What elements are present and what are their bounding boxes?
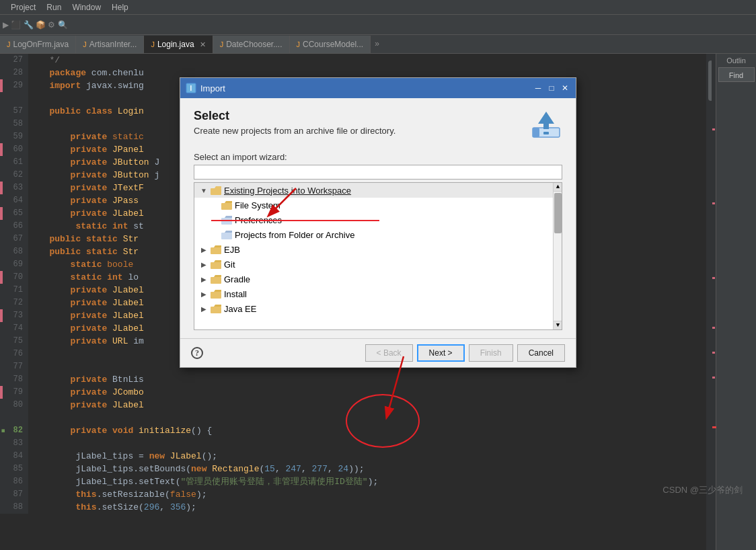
outline-panel: Outlin Find [716,54,756,550]
cancel-button[interactable]: Cancel [517,344,565,362]
watermark: CSDN @三少爷的剑 [663,484,743,496]
tree-label-javaee: Java EE [224,304,562,314]
tree-item-ejb[interactable]: ▶ EJB [194,242,562,257]
tree-item-git[interactable]: ▶ Git [194,257,562,272]
svg-rect-5 [543,132,549,134]
tree-group-general[interactable]: ▼ Existing Projects into Workspace [194,183,562,198]
tree-item-existing: Existing Projects into Workspace [224,186,562,196]
menu-help[interactable]: Help [106,3,134,12]
tab-bar: J LogOnFrm.java J ArtisanInter... J Logi… [0,35,756,54]
svg-rect-6 [211,188,221,195]
menu-bar: Project Run Window Help [0,0,756,15]
svg-rect-7 [221,203,232,210]
modal-description: Create new projects from an archive file… [194,126,395,136]
folder-ejb-icon [211,245,221,254]
svg-rect-14 [211,307,221,313]
tree-label-filesystem: File System [235,200,562,210]
menu-run[interactable]: Run [41,3,67,12]
modal-footer-buttons: < Back Next > Finish Cancel [365,344,565,362]
tree-label-projects-folder: Projects from Folder or Archive [235,230,562,240]
modal-header-row: Select Create new projects from an archi… [194,109,562,144]
svg-rect-3 [533,128,539,137]
folder-install-icon [211,290,221,299]
folder-git-icon [211,260,221,269]
modal-title-text: Import [200,83,225,93]
modal-footer-left: ? [191,347,203,359]
help-button[interactable]: ? [191,347,203,359]
svg-rect-8 [221,218,232,225]
code-line-78: 78 private BtnLis [0,373,706,386]
tree-label-install: Install [224,289,562,299]
expand-general-icon: ▼ [200,186,208,194]
ide-background: Project Run Window Help ▶ ⬛ 🔧 📦 ⚙ 🔍 J Lo… [0,0,756,550]
tree-item-filesystem[interactable]: File System [194,198,562,212]
tab-datechooser[interactable]: J DateChooser.... [213,36,290,53]
tree-label-preferences: Preferences [235,215,562,225]
toolbar: ▶ ⬛ 🔧 📦 ⚙ 🔍 [0,15,756,35]
tree-item-install[interactable]: ▶ Install [194,286,562,301]
maximize-button[interactable]: □ [546,83,557,93]
tree-item-gradle[interactable]: ▶ Gradle [194,272,562,286]
minimize-button[interactable]: ─ [533,83,543,93]
folder-general-icon [211,186,221,195]
modal-icon [530,109,562,144]
code-line-79: 79 private JCombo [0,386,706,399]
wizard-label: Select an import wizard: [194,152,562,162]
find-box[interactable]: Find [718,67,755,82]
modal-body: Select Create new projects from an archi… [180,98,576,338]
svg-rect-9 [221,233,232,239]
folder-projects-icon [221,231,232,239]
code-line-27: 27 */ [0,54,706,67]
import-icon-svg [530,109,562,141]
wizard-search-input[interactable] [194,165,562,180]
svg-marker-4 [538,112,554,129]
back-button[interactable]: < Back [365,344,413,362]
code-line-blank2 [0,411,706,424]
svg-rect-11 [211,262,221,269]
modal-heading: Select [194,109,395,123]
folder-javaee-icon [211,305,221,313]
code-line-83: 83 [0,437,706,450]
svg-rect-12 [211,277,221,284]
tree-item-projects-folder[interactable]: Projects from Folder or Archive [194,227,562,242]
svg-text:I: I [190,85,192,92]
modal-footer: ? < Back Next > Finish Cancel [180,338,576,367]
tree-label-gradle: Gradle [224,274,562,284]
import-dialog[interactable]: I Import ─ □ ✕ Select Create new project… [180,77,576,368]
menu-project[interactable]: Project [5,3,41,12]
code-line-86: 86 jLabel_tips.setText("管理员使用账号登陆，非管理员请使… [0,475,706,488]
menu-window[interactable]: Window [67,3,106,12]
wizard-tree[interactable]: ▼ Existing Projects into Workspace [194,182,562,330]
svg-rect-10 [211,247,221,254]
code-line-80: 80 private JLabel [0,399,706,411]
folder-filesystem-icon [221,201,232,210]
code-line-85: 85 jLabel_tips.setBounds(new Rectangle(1… [0,463,706,475]
import-title-icon: I [186,83,196,93]
outline-label: Outlin [726,56,746,65]
tab-login[interactable]: J Login.java ✕ [144,36,213,53]
tab-logonfrm[interactable]: J LogOnFrm.java [0,36,76,53]
folder-preferences-icon [221,216,232,225]
modal-titlebar: I Import ─ □ ✕ [180,78,576,98]
vertical-scrollbar[interactable] [706,54,716,550]
code-line-84: 84 jLabel_tips = new JLabel(); [0,450,706,463]
tab-ccoursemodel[interactable]: J CCourseModel... [290,36,371,53]
tree-label-ejb: EJB [224,245,562,255]
close-button[interactable]: ✕ [560,83,570,93]
finish-button[interactable]: Finish [469,344,513,362]
next-button[interactable]: Next > [417,344,465,362]
tree-label-git: Git [224,260,562,270]
folder-gradle-icon [211,275,221,284]
code-line-82: ◼ 82 private void initialize() { [0,424,706,437]
modal-controls: ─ □ ✕ [533,83,570,93]
tree-item-javaee[interactable]: ▶ Java EE [194,301,562,316]
svg-rect-13 [211,292,221,299]
tab-artisaninter[interactable]: J ArtisanInter... [76,36,144,53]
code-line-87: 87 this.setResizable(false); [0,488,706,501]
code-line-88: 88 this.setSize(296, 356); [0,501,706,514]
tree-item-preferences[interactable]: Preferences [194,212,562,227]
